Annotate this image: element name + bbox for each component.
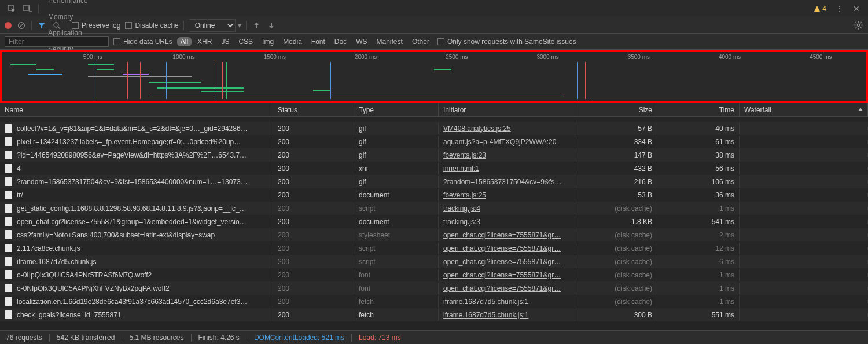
filter-type-js[interactable]: JS (218, 37, 233, 46)
request-name: o-0NIpQlx3QUlC5A4PNjXhFVZNyBx2pqPA.woff2 (17, 284, 170, 292)
request-initiator[interactable]: open_chat.cgi?license=7555871&gr… (443, 231, 561, 239)
timeline-overview[interactable]: 500 ms1000 ms1500 ms2000 ms2500 ms3000 m… (0, 50, 868, 103)
col-size[interactable]: Size (575, 103, 657, 116)
col-time[interactable]: Time (657, 103, 740, 116)
table-row[interactable]: tr/200documentfbevents.js:2553 B36 ms (0, 188, 868, 202)
upload-har-icon[interactable] (251, 20, 262, 31)
col-type[interactable]: Type (354, 103, 439, 116)
request-size: 300 B (575, 309, 657, 321)
record-button[interactable] (5, 22, 12, 29)
overview-tick: 500 ms (83, 54, 102, 60)
table-row[interactable]: o-0IIpQlx3QUlC5A4PNr5TRASf6M7Q.woff2200f… (0, 268, 868, 281)
svg-line-14 (860, 22, 861, 23)
table-row[interactable]: collect?v=1&_v=j81&aip=1&t=data&ni=1&_s=… (0, 122, 868, 135)
footer-finish: Finish: 4.26 s (198, 334, 240, 342)
request-initiator[interactable]: inner.html:1 (443, 164, 479, 173)
filter-type-all[interactable]: All (177, 37, 192, 46)
request-status: 200 (273, 123, 354, 134)
request-status: 200 (273, 189, 354, 201)
file-icon (5, 177, 12, 186)
request-name: open_chat.cgi?license=7555871&group=1&em… (17, 218, 247, 226)
request-table[interactable]: collect?v=1&_v=j81&aip=1&t=data&ni=1&_s=… (0, 117, 868, 328)
inspect-icon[interactable] (3, 1, 20, 17)
request-name: ?id=1446549208980956&ev=PageView&dl=http… (17, 151, 247, 159)
filter-type-media[interactable]: Media (279, 37, 306, 46)
col-initiator[interactable]: Initiator (439, 103, 575, 116)
device-toggle-icon[interactable] (20, 1, 36, 17)
warnings-badge[interactable]: 4 (814, 5, 826, 13)
request-initiator[interactable]: open_chat.cgi?license=7555871&gr… (443, 284, 561, 292)
table-row[interactable]: ?random=1586537317504&cv=9&fst=158653440… (0, 175, 868, 188)
file-icon (5, 164, 12, 173)
request-initiator[interactable]: fbevents.js:25 (443, 191, 486, 199)
col-waterfall[interactable]: Waterfall (740, 103, 868, 116)
filter-type-other[interactable]: Other (409, 37, 433, 46)
request-status: 200 (273, 269, 354, 281)
preserve-log-checkbox[interactable]: Preserve log (72, 21, 120, 30)
overview-tick: 3000 ms (536, 54, 558, 60)
settings-gear-icon[interactable] (853, 20, 863, 31)
request-time: 2 ms (657, 229, 740, 241)
sort-asc-icon (858, 108, 863, 111)
request-initiator[interactable]: iframe.1687d7d5.chunk.js:1 (443, 298, 528, 306)
request-name: pixel;r=1342413237;labels=_fp.event.Home… (17, 138, 241, 146)
table-row[interactable]: iframe.1687d7d5.chunk.js200scriptopen_ch… (0, 255, 868, 268)
request-initiator[interactable]: iframe.1687d7d5.chunk.js:1 (443, 311, 528, 319)
table-row[interactable]: check_goals?license_id=7555871200fetchif… (0, 308, 868, 321)
request-initiator[interactable]: tracking.js:3 (443, 218, 480, 226)
file-icon (5, 191, 12, 199)
request-type: script (354, 203, 439, 214)
request-size: (disk cache) (575, 269, 657, 281)
table-row[interactable]: o-0NIpQlx3QUlC5A4PNjXhFVZNyBx2pqPA.woff2… (0, 281, 868, 295)
close-icon[interactable]: ✕ (848, 4, 865, 13)
footer-requests: 76 requests (6, 334, 42, 342)
overview-tick: 2000 ms (355, 54, 377, 60)
table-row[interactable]: localization.en.1.66d19e28de6ca43f91a37c… (0, 295, 868, 308)
download-har-icon[interactable] (266, 20, 277, 31)
disable-cache-checkbox[interactable]: Disable cache (125, 21, 178, 30)
devtools-tabs: ElementsConsoleSourcesNetworkPerformance… (0, 0, 868, 17)
table-row[interactable]: open_chat.cgi?license=7555871&group=1&em… (0, 215, 868, 228)
table-row[interactable]: pixel;r=1342413237;labels=_fp.event.Home… (0, 135, 868, 148)
table-row[interactable]: get_static_config.1.1688.8.8.1298.58.93.… (0, 202, 868, 215)
request-initiator[interactable]: aquant.js?a=p-4MfTXQ9jP2WWA:20 (443, 138, 556, 146)
request-time: 551 ms (657, 309, 740, 321)
col-status[interactable]: Status (273, 103, 354, 116)
table-header: Name Status Type Initiator Size Time Wat… (0, 103, 868, 117)
kebab-menu-icon[interactable]: ⋮ (831, 4, 848, 13)
request-time: 36 ms (657, 189, 740, 201)
filter-icon[interactable] (36, 20, 47, 31)
filter-type-css[interactable]: CSS (235, 37, 256, 46)
filter-type-font[interactable]: Font (308, 37, 329, 46)
request-type: gif (354, 136, 439, 148)
request-initiator[interactable]: ?random=1586537317504&cv=9&fs… (443, 178, 561, 186)
request-initiator[interactable]: VM408 analytics.js:25 (443, 125, 511, 133)
request-initiator[interactable]: open_chat.cgi?license=7555871&gr… (443, 271, 561, 279)
filter-input[interactable] (5, 36, 109, 47)
filter-type-ws[interactable]: WS (352, 37, 370, 46)
warnings-count: 4 (822, 5, 826, 13)
request-time: 541 ms (657, 216, 740, 228)
clear-icon[interactable] (16, 20, 27, 31)
filter-type-img[interactable]: Img (259, 37, 277, 46)
request-size: (disk cache) (575, 296, 657, 308)
filter-type-doc[interactable]: Doc (331, 37, 350, 46)
hide-data-urls-checkbox[interactable]: Hide data URLs (113, 38, 172, 46)
search-icon[interactable] (52, 20, 62, 31)
request-initiator[interactable]: fbevents.js:23 (443, 151, 486, 159)
request-initiator[interactable]: open_chat.cgi?license=7555871&gr… (443, 244, 561, 252)
table-row[interactable]: 2.117ca8ce.chunk.js200scriptopen_chat.cg… (0, 241, 868, 255)
filter-type-xhr[interactable]: XHR (194, 37, 215, 46)
col-name[interactable]: Name (0, 103, 273, 116)
tab-performance[interactable]: Performance (41, 0, 95, 9)
table-row[interactable]: 4200xhrinner.html:1432 B56 ms (0, 162, 868, 175)
table-row[interactable]: ?id=1446549208980956&ev=PageView&dl=http… (0, 148, 868, 162)
throttling-select[interactable]: Online (189, 19, 236, 32)
samesite-checkbox[interactable]: Only show requests with SameSite issues (437, 38, 576, 46)
table-row[interactable]: css?family=Noto+Sans:400,700&subset=lati… (0, 228, 868, 241)
filter-type-manifest[interactable]: Manifest (373, 37, 406, 46)
request-initiator[interactable]: tracking.js:4 (443, 204, 480, 213)
request-initiator[interactable]: open_chat.cgi?license=7555871&gr… (443, 258, 561, 266)
request-size: 334 B (575, 136, 657, 148)
request-name: get_static_config.1.1688.8.8.1298.58.93.… (17, 204, 247, 213)
